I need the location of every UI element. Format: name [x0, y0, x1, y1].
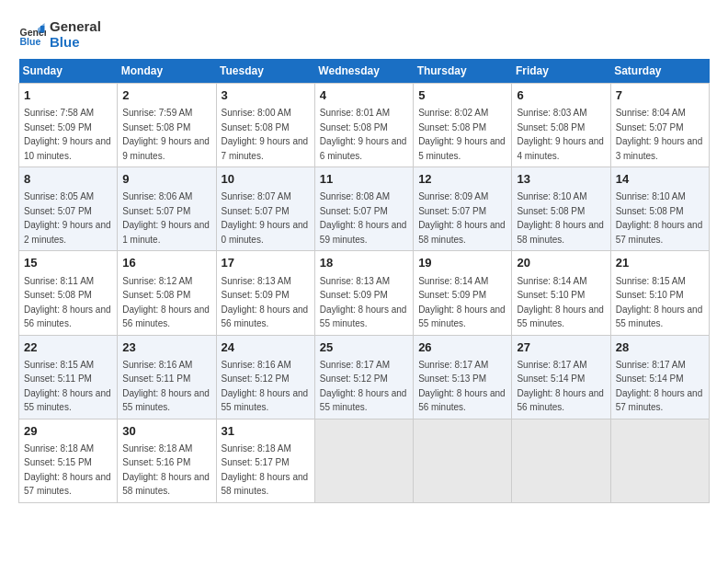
calendar-cell: 26Sunrise: 8:17 AMSunset: 5:13 PMDayligh… — [414, 335, 512, 419]
calendar-cell: 24Sunrise: 8:16 AMSunset: 5:12 PMDayligh… — [216, 335, 314, 419]
col-wednesday: Wednesday — [314, 59, 413, 84]
col-thursday: Thursday — [414, 59, 512, 84]
day-info: Sunrise: 7:58 AMSunset: 5:09 PMDaylight:… — [24, 108, 111, 161]
day-number: 20 — [517, 255, 605, 271]
day-number: 23 — [122, 339, 210, 356]
day-info: Sunrise: 8:15 AMSunset: 5:11 PMDaylight:… — [24, 360, 111, 413]
calendar-row: 22Sunrise: 8:15 AMSunset: 5:11 PMDayligh… — [19, 335, 710, 419]
day-number: 29 — [24, 423, 112, 440]
calendar-cell: 7Sunrise: 8:04 AMSunset: 5:07 PMDaylight… — [610, 84, 709, 167]
day-number: 13 — [517, 171, 605, 188]
day-number: 2 — [122, 87, 210, 104]
day-number: 7 — [616, 87, 704, 104]
day-number: 5 — [418, 87, 506, 104]
calendar-cell: 28Sunrise: 8:17 AMSunset: 5:14 PMDayligh… — [610, 335, 709, 419]
calendar-cell: 3Sunrise: 8:00 AMSunset: 5:08 PMDaylight… — [216, 84, 314, 167]
calendar-cell: 5Sunrise: 8:02 AMSunset: 5:08 PMDaylight… — [414, 84, 512, 167]
calendar-cell: 1Sunrise: 7:58 AMSunset: 5:09 PMDaylight… — [19, 84, 118, 167]
day-info: Sunrise: 8:10 AMSunset: 5:08 PMDaylight:… — [517, 191, 604, 245]
logo-icon: General Blue — [18, 20, 46, 48]
day-number: 31 — [222, 423, 310, 440]
calendar-cell: 9Sunrise: 8:06 AMSunset: 5:07 PMDaylight… — [118, 167, 216, 251]
page-header: General Blue General Blue — [18, 18, 710, 50]
calendar-cell: 4Sunrise: 8:01 AMSunset: 5:08 PMDaylight… — [314, 84, 413, 167]
calendar-cell: 13Sunrise: 8:10 AMSunset: 5:08 PMDayligh… — [512, 167, 610, 251]
day-info: Sunrise: 8:03 AMSunset: 5:08 PMDaylight:… — [517, 108, 604, 161]
calendar-cell: 14Sunrise: 8:10 AMSunset: 5:08 PMDayligh… — [610, 167, 709, 251]
day-number: 10 — [222, 171, 310, 188]
calendar-cell: 29Sunrise: 8:18 AMSunset: 5:15 PMDayligh… — [19, 419, 118, 502]
day-info: Sunrise: 8:17 AMSunset: 5:12 PMDaylight:… — [320, 360, 407, 413]
day-info: Sunrise: 8:04 AMSunset: 5:07 PMDaylight:… — [616, 108, 703, 161]
calendar-cell: 2Sunrise: 7:59 AMSunset: 5:08 PMDaylight… — [118, 84, 216, 167]
calendar-cell: 6Sunrise: 8:03 AMSunset: 5:08 PMDaylight… — [512, 84, 610, 167]
day-info: Sunrise: 8:14 AMSunset: 5:09 PMDaylight:… — [418, 276, 506, 329]
calendar-cell: 17Sunrise: 8:13 AMSunset: 5:09 PMDayligh… — [216, 251, 314, 335]
day-info: Sunrise: 8:16 AMSunset: 5:11 PMDaylight:… — [122, 360, 210, 413]
day-number: 28 — [616, 339, 704, 356]
day-info: Sunrise: 8:06 AMSunset: 5:07 PMDaylight:… — [122, 191, 210, 245]
day-number: 26 — [418, 339, 506, 356]
svg-marker-2 — [40, 26, 45, 33]
day-number: 14 — [616, 171, 704, 188]
calendar-cell: 21Sunrise: 8:15 AMSunset: 5:10 PMDayligh… — [610, 251, 709, 335]
svg-text:Blue: Blue — [20, 36, 41, 47]
calendar-row: 1Sunrise: 7:58 AMSunset: 5:09 PMDaylight… — [19, 84, 710, 167]
logo-blue: Blue — [50, 34, 101, 50]
day-info: Sunrise: 8:12 AMSunset: 5:08 PMDaylight:… — [122, 276, 210, 329]
calendar-cell: 16Sunrise: 8:12 AMSunset: 5:08 PMDayligh… — [118, 251, 216, 335]
day-info: Sunrise: 8:17 AMSunset: 5:13 PMDaylight:… — [418, 360, 506, 413]
day-number: 15 — [24, 255, 112, 271]
day-number: 21 — [616, 255, 704, 271]
day-number: 25 — [320, 339, 408, 356]
col-saturday: Saturday — [610, 59, 709, 84]
calendar-cell — [314, 419, 413, 502]
calendar-cell: 22Sunrise: 8:15 AMSunset: 5:11 PMDayligh… — [19, 335, 118, 419]
calendar-cell: 8Sunrise: 8:05 AMSunset: 5:07 PMDaylight… — [19, 167, 118, 251]
day-number: 18 — [320, 255, 408, 271]
day-number: 9 — [122, 171, 210, 188]
day-number: 30 — [122, 423, 210, 440]
day-number: 24 — [222, 339, 310, 356]
col-sunday: Sunday — [19, 59, 118, 84]
calendar-cell — [512, 419, 610, 502]
day-number: 17 — [222, 255, 310, 271]
calendar-cell: 15Sunrise: 8:11 AMSunset: 5:08 PMDayligh… — [19, 251, 118, 335]
day-info: Sunrise: 8:15 AMSunset: 5:10 PMDaylight:… — [616, 276, 703, 329]
day-number: 16 — [122, 255, 210, 271]
col-monday: Monday — [118, 59, 216, 84]
calendar-cell — [610, 419, 709, 502]
day-info: Sunrise: 8:17 AMSunset: 5:14 PMDaylight:… — [616, 360, 703, 413]
header-row: Sunday Monday Tuesday Wednesday Thursday… — [19, 59, 710, 84]
day-info: Sunrise: 8:18 AMSunset: 5:16 PMDaylight:… — [122, 443, 210, 497]
day-info: Sunrise: 8:13 AMSunset: 5:09 PMDaylight:… — [222, 276, 309, 329]
calendar-cell: 30Sunrise: 8:18 AMSunset: 5:16 PMDayligh… — [118, 419, 216, 502]
calendar-cell: 18Sunrise: 8:13 AMSunset: 5:09 PMDayligh… — [314, 251, 413, 335]
day-info: Sunrise: 8:10 AMSunset: 5:08 PMDaylight:… — [616, 191, 703, 245]
day-number: 4 — [320, 87, 408, 104]
day-number: 8 — [24, 171, 112, 188]
calendar-table: Sunday Monday Tuesday Wednesday Thursday… — [18, 59, 710, 503]
day-info: Sunrise: 8:02 AMSunset: 5:08 PMDaylight:… — [418, 108, 506, 161]
day-number: 12 — [418, 171, 506, 188]
logo-general: General — [50, 18, 101, 34]
calendar-cell: 27Sunrise: 8:17 AMSunset: 5:14 PMDayligh… — [512, 335, 610, 419]
logo: General Blue General Blue — [18, 18, 101, 50]
day-number: 1 — [24, 87, 112, 104]
calendar-cell: 23Sunrise: 8:16 AMSunset: 5:11 PMDayligh… — [118, 335, 216, 419]
day-info: Sunrise: 8:00 AMSunset: 5:08 PMDaylight:… — [222, 108, 309, 161]
calendar-cell: 20Sunrise: 8:14 AMSunset: 5:10 PMDayligh… — [512, 251, 610, 335]
day-info: Sunrise: 8:16 AMSunset: 5:12 PMDaylight:… — [222, 360, 309, 413]
day-number: 27 — [517, 339, 605, 356]
day-info: Sunrise: 8:13 AMSunset: 5:09 PMDaylight:… — [320, 276, 407, 329]
day-number: 6 — [517, 87, 605, 104]
day-info: Sunrise: 8:08 AMSunset: 5:07 PMDaylight:… — [320, 191, 407, 245]
day-number: 22 — [24, 339, 112, 356]
day-info: Sunrise: 8:09 AMSunset: 5:07 PMDaylight:… — [418, 191, 506, 245]
day-info: Sunrise: 8:14 AMSunset: 5:10 PMDaylight:… — [517, 276, 604, 329]
day-info: Sunrise: 8:11 AMSunset: 5:08 PMDaylight:… — [24, 276, 111, 329]
calendar-row: 8Sunrise: 8:05 AMSunset: 5:07 PMDaylight… — [19, 167, 710, 251]
col-friday: Friday — [512, 59, 610, 84]
calendar-cell — [414, 419, 512, 502]
col-tuesday: Tuesday — [216, 59, 314, 84]
